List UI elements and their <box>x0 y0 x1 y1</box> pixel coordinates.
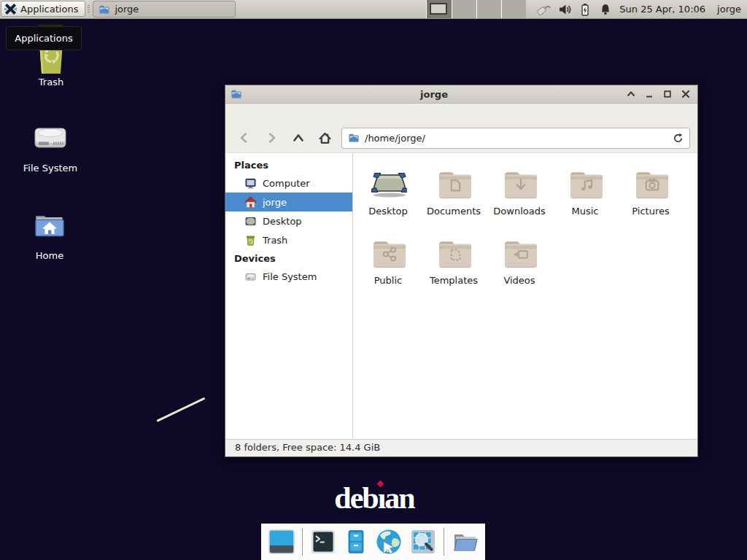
dock-separator <box>444 528 444 556</box>
sidebar-item-label: File System <box>263 271 317 282</box>
panel-handle[interactable] <box>85 0 92 18</box>
back-button[interactable] <box>231 127 258 149</box>
sidebar-places-header: Places <box>225 156 352 174</box>
close-button[interactable] <box>681 89 691 99</box>
file-item[interactable]: Music <box>552 163 618 233</box>
sidebar-item-label: jorge <box>263 197 287 208</box>
panel-clock[interactable]: Sun 25 Apr, 10:06 <box>619 0 705 18</box>
debian-logo-text-i: ı <box>378 481 385 516</box>
sidebar-item[interactable]: Desktop <box>225 211 352 230</box>
debian-logo-text-left: deb <box>334 481 377 516</box>
file-item-icon <box>632 168 670 200</box>
file-item-icon <box>435 168 473 200</box>
workspace-window-preview <box>430 3 447 15</box>
file-item[interactable]: Downloads <box>487 163 552 233</box>
taskbar-window-button[interactable]: jorge <box>93 1 236 18</box>
window-folder-icon <box>231 88 242 100</box>
sidebar-item-icon <box>244 177 257 190</box>
sidebar-item-label: Desktop <box>263 216 302 227</box>
file-item-icon <box>369 237 407 269</box>
dock-show-desktop-icon[interactable] <box>268 528 295 556</box>
taskbar-window-label: jorge <box>115 4 139 15</box>
sidebar-item[interactable]: File System <box>225 267 352 286</box>
sidebar-item[interactable]: Computer <box>225 174 352 192</box>
file-item[interactable]: Public <box>355 233 421 302</box>
file-item-label: Music <box>572 206 599 217</box>
maximize-button[interactable] <box>662 89 673 99</box>
file-item-label: Downloads <box>493 206 545 217</box>
file-item[interactable]: Documents <box>421 163 487 233</box>
sidebar-item-icon <box>244 215 257 228</box>
up-button[interactable] <box>285 127 311 149</box>
workspace-cell[interactable] <box>427 0 451 18</box>
file-item-icon <box>435 237 473 269</box>
sidebar-devices-header: Devices <box>225 249 352 267</box>
window-title: jorge <box>242 89 626 100</box>
path-entry[interactable]: /home/jorge/ <box>341 128 690 149</box>
sidebar: Places Computer jorge Desktop Trash <box>225 153 353 439</box>
file-item-icon <box>500 168 538 200</box>
sidebar-item-icon <box>244 196 257 209</box>
dock-file-cabinet-icon[interactable] <box>344 528 368 556</box>
minimize-button[interactable] <box>644 89 654 99</box>
network-icon[interactable] <box>535 2 551 17</box>
file-item[interactable]: Pictures <box>618 163 684 233</box>
applications-logo-icon <box>4 3 17 15</box>
system-tray <box>535 0 612 18</box>
desktop-icon-home[interactable]: Home <box>12 210 88 261</box>
file-item-icon <box>566 168 604 200</box>
sidebar-devices-list: File System <box>225 267 352 286</box>
refresh-icon[interactable] <box>673 133 684 144</box>
tooltip-text: Applications <box>15 33 72 44</box>
applications-tooltip: Applications <box>6 26 82 50</box>
debian-logo: debıan <box>325 481 423 516</box>
toolbar: /home/jorge/ <box>225 123 697 153</box>
dock-terminal-icon[interactable] <box>309 528 337 556</box>
folder-icon <box>348 132 360 144</box>
workspace-cell[interactable] <box>452 0 476 18</box>
battery-icon[interactable] <box>578 3 592 16</box>
workspace-cell[interactable] <box>502 0 526 18</box>
stray-line-artifact <box>156 397 205 422</box>
file-item-label: Pictures <box>632 206 669 217</box>
notifications-bell-icon[interactable] <box>599 3 612 16</box>
home-icon <box>318 131 332 145</box>
forward-button[interactable] <box>258 127 285 149</box>
sidebar-item[interactable]: Trash <box>225 230 352 249</box>
applications-menu-button[interactable]: Applications <box>1 1 85 17</box>
dock-application-finder-icon[interactable] <box>409 528 437 556</box>
hard-drive-icon <box>33 122 68 153</box>
applications-menu-label: Applications <box>20 4 78 15</box>
file-item[interactable]: Templates <box>421 233 487 302</box>
path-text[interactable]: /home/jorge/ <box>365 133 667 144</box>
file-item-label: Documents <box>427 206 481 217</box>
sidebar-item-label: Trash <box>263 235 287 246</box>
home-button[interactable] <box>311 127 338 149</box>
volume-icon[interactable] <box>558 3 571 16</box>
desktop-icon-label: Trash <box>39 77 63 88</box>
statusbar: 8 folders, Free space: 14.4 GiB <box>225 439 697 456</box>
debian-logo-text-right: an <box>384 481 414 516</box>
dock <box>261 524 485 560</box>
folder-icon <box>98 4 110 15</box>
shade-button[interactable] <box>626 89 636 99</box>
home-folder-icon <box>32 210 67 241</box>
workspace-cell[interactable] <box>477 0 501 18</box>
file-grid: Desktop Documents Downloads <box>353 153 697 439</box>
desktop-icon-label: Home <box>36 250 63 261</box>
forward-icon <box>265 131 278 144</box>
file-item[interactable]: Videos <box>487 233 552 302</box>
titlebar[interactable]: jorge <box>225 85 697 104</box>
desktop-icon-file-system[interactable]: File System <box>12 122 88 174</box>
file-item[interactable]: Desktop <box>355 163 421 233</box>
dock-separator <box>302 528 303 556</box>
workspace-switcher <box>426 0 526 18</box>
dock-web-browser-icon[interactable] <box>375 528 403 556</box>
dock-folder-icon[interactable] <box>451 528 479 556</box>
sidebar-item-icon <box>244 271 257 283</box>
file-item-label: Public <box>374 275 402 286</box>
file-item-icon <box>500 237 538 269</box>
panel-user-menu[interactable]: jorge <box>717 0 741 18</box>
sidebar-item[interactable]: jorge <box>225 192 352 211</box>
desktop-icon-label: File System <box>23 163 77 174</box>
